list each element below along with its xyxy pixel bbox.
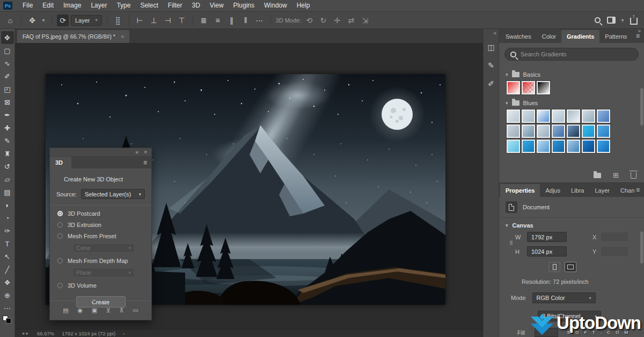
- landscape-orientation-button[interactable]: [565, 262, 576, 272]
- align-top-icon[interactable]: ⊤: [176, 14, 188, 26]
- menu-image[interactable]: Image: [58, 0, 86, 11]
- gradient-group-blues[interactable]: ▾ Blues: [499, 97, 644, 108]
- more-options-icon[interactable]: ⋯: [254, 14, 266, 26]
- gradient-swatch[interactable]: [537, 140, 550, 153]
- align-left-icon[interactable]: ⊢: [134, 14, 146, 26]
- delete-icon[interactable]: ▭: [133, 307, 138, 314]
- panel-menu-icon[interactable]: ≡: [636, 186, 640, 194]
- new-group-folder-icon[interactable]: [594, 173, 601, 178]
- path-selection-tool[interactable]: ↖: [1, 250, 14, 263]
- source-dropdown[interactable]: Selected Layer(s) ▾: [81, 189, 145, 199]
- pen-tool[interactable]: ✑: [1, 224, 14, 237]
- option-3d-extrusion[interactable]: 3D Extrusion: [57, 222, 145, 228]
- brushes-panel-icon[interactable]: ✐: [485, 77, 497, 91]
- 3d-roll-icon[interactable]: ↻: [317, 14, 329, 26]
- tab-3d[interactable]: 3D: [50, 157, 71, 169]
- tab-properties[interactable]: Properties: [500, 184, 540, 197]
- gradient-swatch[interactable]: [507, 124, 520, 138]
- distribute-right-icon[interactable]: ‖: [240, 14, 252, 26]
- share-icon[interactable]: [628, 14, 640, 26]
- frame-tool[interactable]: ⊠: [1, 96, 14, 108]
- distribute-horizontal-icon[interactable]: ≡: [212, 14, 224, 26]
- gradient-swatch[interactable]: [537, 109, 550, 123]
- x-field[interactable]: [601, 232, 628, 242]
- gradient-swatch[interactable]: [537, 81, 550, 94]
- menu-file[interactable]: File: [18, 0, 38, 11]
- move-tool[interactable]: ✥: [1, 31, 14, 44]
- color-mode-dropdown[interactable]: RGB Color ▾: [532, 292, 596, 303]
- radio-icon[interactable]: [57, 283, 63, 288]
- gradient-swatch[interactable]: [597, 124, 610, 138]
- gradient-swatch[interactable]: [597, 140, 610, 153]
- foreground-background-colors[interactable]: [3, 316, 12, 323]
- option-mesh-from-preset[interactable]: Mesh From Preset: [57, 233, 145, 239]
- close-panel-icon[interactable]: ×: [144, 149, 147, 155]
- gradient-swatch[interactable]: [522, 140, 535, 153]
- portrait-orientation-button[interactable]: [548, 262, 560, 272]
- panel-menu-icon[interactable]: ≡: [636, 32, 640, 40]
- option-3d-volume[interactable]: 3D Volume: [57, 282, 145, 289]
- filter-lights-icon[interactable]: ◉: [77, 307, 83, 314]
- 3d-slide-icon[interactable]: ⇄: [345, 14, 357, 26]
- gradient-group-basics[interactable]: ▾ Basics: [499, 68, 644, 80]
- photoshop-logo-icon[interactable]: Ps: [3, 2, 12, 10]
- gradient-swatch[interactable]: [537, 124, 550, 138]
- filter-current-view-icon[interactable]: ⊼: [120, 307, 124, 314]
- gradient-tool[interactable]: ▤: [1, 186, 14, 199]
- menu-view[interactable]: View: [205, 0, 229, 11]
- home-icon[interactable]: ⌂: [4, 14, 16, 26]
- menu-type[interactable]: Type: [112, 0, 135, 11]
- document-tab[interactable]: FAQ of PS.jpeg @ 66.7% (RGB/8#) * ×: [17, 30, 129, 43]
- y-field[interactable]: [601, 246, 628, 257]
- delete-gradient-icon[interactable]: [631, 172, 636, 179]
- eraser-tool[interactable]: ▱: [1, 173, 14, 186]
- type-tool[interactable]: T: [1, 237, 14, 250]
- collapse-panel-icon[interactable]: «: [136, 149, 139, 155]
- link-dimensions-icon[interactable]: ∞: [508, 240, 515, 248]
- distribute-left-icon[interactable]: ∥: [226, 14, 238, 26]
- 3d-selection-dropdown[interactable]: Layer ▾: [71, 15, 102, 26]
- menu-filter[interactable]: Filter: [163, 0, 187, 11]
- gradient-swatch[interactable]: [552, 140, 565, 153]
- scrollbar-thumb[interactable]: [640, 231, 643, 263]
- filter-materials-icon[interactable]: ▣: [92, 307, 97, 314]
- toolbar-ellipsis[interactable]: ⋯: [1, 302, 14, 314]
- gradient-swatch[interactable]: [582, 124, 595, 138]
- scrollbar-thumb[interactable]: [640, 88, 643, 126]
- gradient-swatch[interactable]: [567, 140, 580, 153]
- quick-selection-tool[interactable]: ✐: [1, 70, 14, 83]
- blur-tool[interactable]: ◗: [1, 199, 14, 211]
- tab-paths[interactable]: Paths: [640, 184, 644, 197]
- clone-stamp-tool[interactable]: ♜: [1, 147, 14, 160]
- radio-icon[interactable]: [57, 233, 63, 239]
- background-color-swatch[interactable]: [6, 318, 11, 324]
- search-icon[interactable]: [591, 14, 603, 26]
- tab-patterns[interactable]: Patterns: [599, 30, 632, 43]
- dodge-tool[interactable]: ◔: [1, 211, 14, 224]
- collapse-dock-icon[interactable]: «: [493, 30, 496, 36]
- menu-edit[interactable]: Edit: [38, 0, 58, 11]
- gradient-search-input[interactable]: Search Gradients: [504, 48, 639, 61]
- filter-scene-icon[interactable]: ▤: [63, 307, 68, 314]
- tab-color[interactable]: Color: [537, 30, 561, 43]
- tab-libraries[interactable]: Libra: [566, 184, 589, 197]
- gradient-swatch[interactable]: [522, 124, 535, 138]
- 3d-orbit-icon[interactable]: ⟲: [303, 14, 315, 26]
- radio-selected-icon[interactable]: [57, 211, 63, 216]
- lasso-tool[interactable]: ∿: [1, 57, 14, 70]
- gradient-swatch[interactable]: [507, 109, 520, 123]
- grid-arrange-icon[interactable]: ⣿: [112, 14, 124, 26]
- menu-layer[interactable]: Layer: [86, 0, 112, 11]
- canvas-section-header[interactable]: ▾ Canvas: [499, 218, 644, 232]
- brush-settings-panel-icon[interactable]: ✎: [485, 58, 497, 72]
- menu-select[interactable]: Select: [135, 0, 163, 11]
- radio-icon[interactable]: [57, 258, 63, 263]
- menu-3d[interactable]: 3D: [187, 0, 204, 11]
- align-center-icon[interactable]: ⊥: [148, 14, 160, 26]
- option-3d-postcard[interactable]: 3D Postcard: [57, 210, 145, 217]
- brush-tool[interactable]: ✎: [1, 134, 14, 147]
- healing-brush-tool[interactable]: ✚: [1, 121, 14, 134]
- eyedropper-tool[interactable]: ✒: [1, 108, 14, 121]
- panel-menu-icon[interactable]: ≡: [143, 159, 147, 166]
- zoom-tool[interactable]: ⊕: [1, 289, 14, 302]
